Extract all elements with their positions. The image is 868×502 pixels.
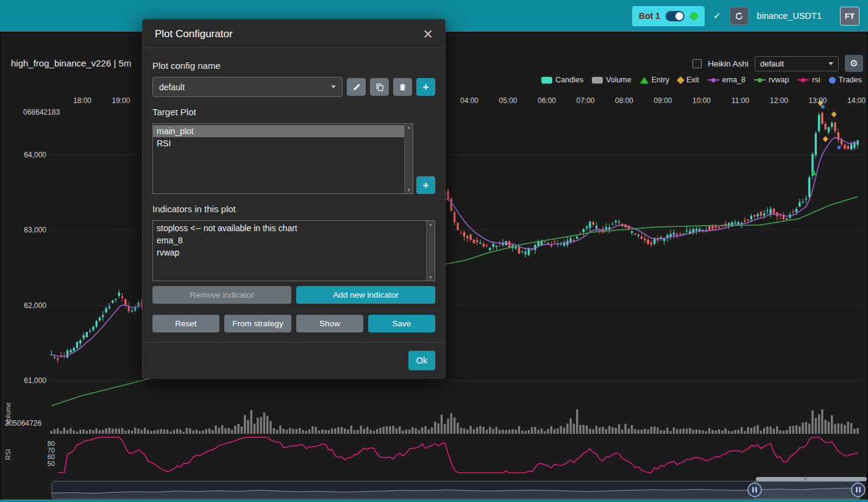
indicator-item[interactable]: ema_8	[153, 234, 426, 246]
target-plot-scrollbar[interactable]: ▲▼	[404, 124, 413, 193]
close-icon[interactable]: ×	[423, 29, 433, 40]
svg-text:62,000: 62,000	[24, 301, 46, 310]
legend-label: Entry	[652, 76, 669, 84]
add-plot-button[interactable]: +	[416, 176, 435, 194]
chart-legend: CandlesVolumeEntryExitema_8rvwaprsiTrade…	[541, 76, 862, 84]
legend-item-rvwap[interactable]: rvwap	[754, 76, 789, 84]
save-button[interactable]: Save	[368, 315, 435, 332]
add-config-button[interactable]: +	[416, 78, 435, 96]
check-icon: ✓	[713, 10, 721, 21]
svg-text:18:00: 18:00	[73, 96, 91, 105]
horizontal-scrollbar[interactable]	[756, 477, 867, 481]
pencil-icon	[352, 83, 361, 91]
scroll-down-icon[interactable]: ▼	[407, 188, 411, 192]
refresh-icon	[735, 12, 744, 21]
zoom-handle[interactable]	[748, 483, 761, 497]
target-plot-wrap: main_plotRSI ▲▼ +	[152, 123, 435, 194]
rsi-axis-label: RSI	[4, 449, 12, 460]
svg-text:068642183: 068642183	[23, 108, 60, 117]
scroll-up-icon[interactable]: ▲	[429, 222, 433, 226]
svg-text:12:00: 12:00	[770, 96, 788, 105]
chevron-down-icon	[331, 85, 336, 88]
remove-indicator-button[interactable]: Remove indicator	[152, 286, 291, 304]
exit-legend-marker	[677, 76, 685, 84]
svg-text:10:00: 10:00	[692, 96, 711, 105]
plot-config-dropdown-value: default	[760, 59, 784, 68]
svg-text:05:00: 05:00	[499, 96, 517, 105]
target-plot-item[interactable]: RSI	[153, 137, 404, 149]
modal-body: Plot config name default	[143, 48, 445, 332]
delete-config-button[interactable]	[393, 78, 412, 96]
svg-text:63,000: 63,000	[24, 226, 46, 234]
config-name-select-value: default	[159, 82, 185, 92]
indicator-buttons-row: Remove indicator Add new indicator	[152, 286, 435, 304]
legend-item-trades[interactable]: Trades	[829, 76, 862, 84]
config-buttons-row: Reset From strategy Show Save	[152, 315, 435, 332]
show-button[interactable]: Show	[296, 315, 363, 332]
ema8-legend-marker	[708, 79, 719, 81]
indicator-item[interactable]: stoploss <-- not available in this chart	[153, 222, 426, 234]
candles-legend-marker	[541, 77, 552, 84]
legend-item-ema8[interactable]: ema_8	[708, 76, 745, 84]
bot-status-dot	[690, 12, 698, 20]
trash-icon	[399, 83, 407, 91]
plot-configurator-modal: Plot Configurator × Plot config name def…	[142, 19, 446, 379]
zoom-handle[interactable]	[852, 483, 865, 497]
legend-item-volume[interactable]: Volume	[592, 76, 631, 84]
legend-label: Trades	[839, 76, 862, 84]
legend-item-rsi[interactable]: rsi	[797, 76, 820, 84]
copy-icon	[375, 83, 384, 91]
heikin-ashi-label: Heikin Ashi	[708, 59, 749, 68]
bot-toggle[interactable]	[666, 11, 685, 21]
scroll-down-icon[interactable]: ▼	[429, 275, 433, 279]
gear-icon: ⚙	[850, 58, 858, 69]
target-plot-label: Target Plot	[152, 107, 435, 117]
zoom-window[interactable]	[755, 481, 858, 499]
ft-logo[interactable]: FT	[840, 7, 859, 26]
footer-bar	[0, 500, 868, 502]
svg-text:13:00: 13:00	[808, 96, 827, 105]
rsi-line	[58, 437, 858, 473]
bot-name-label: Bot 1	[639, 11, 660, 21]
plot-settings-button[interactable]: ⚙	[845, 55, 863, 72]
svg-text:04:00: 04:00	[460, 96, 478, 105]
svg-text:11:00: 11:00	[731, 96, 749, 105]
rename-config-button[interactable]	[347, 78, 366, 96]
chevron-down-icon	[828, 62, 833, 65]
rvwap-legend-marker	[754, 79, 766, 81]
from-strategy-button[interactable]: From strategy	[224, 315, 291, 332]
exit-marker	[823, 136, 828, 142]
refresh-button[interactable]	[730, 7, 749, 25]
add-indicator-button[interactable]: Add new indicator	[296, 286, 435, 304]
duplicate-config-button[interactable]	[370, 78, 389, 96]
legend-label: Volume	[606, 76, 631, 84]
target-plot-item[interactable]: main_plot	[153, 125, 404, 137]
volume-legend-marker	[592, 77, 603, 84]
indicator-item[interactable]: rvwap	[153, 246, 426, 259]
heikin-ashi-checkbox[interactable]	[692, 59, 702, 68]
svg-text:07:00: 07:00	[576, 96, 594, 105]
indicators-listbox[interactable]: stoploss <-- not available in this chart…	[152, 220, 435, 281]
chart-controls: Heikin Ashi default ⚙	[692, 55, 863, 72]
reset-button[interactable]: Reset	[152, 315, 219, 332]
config-name-select[interactable]: default	[152, 77, 343, 97]
svg-text:08:00: 08:00	[615, 96, 633, 105]
plot-config-dropdown[interactable]: default	[755, 56, 839, 71]
indicators-scrollbar[interactable]: ▲▼	[426, 221, 435, 281]
bot-selector[interactable]: Bot 1	[632, 6, 705, 26]
indicators-label: Indicators in this plot	[152, 204, 435, 214]
legend-item-exit[interactable]: Exit	[678, 76, 699, 84]
legend-item-candles[interactable]: Candles	[541, 76, 583, 84]
target-plot-listbox[interactable]: main_plotRSI ▲▼	[152, 123, 413, 194]
scroll-up-icon[interactable]: ▲	[407, 125, 411, 129]
trade-marker	[837, 146, 841, 149]
svg-text:06:00: 06:00	[538, 96, 556, 105]
legend-item-entry[interactable]: Entry	[640, 76, 669, 84]
trade-marker	[821, 105, 825, 109]
strategy-title: high_frog_binance_v226 | 5m	[11, 58, 131, 68]
ok-button[interactable]: Ok	[408, 351, 435, 370]
indicator-items: stoploss <-- not available in this chart…	[153, 221, 426, 281]
svg-text:61,000: 61,000	[24, 376, 46, 385]
plot-config-name-label: Plot config name	[152, 60, 435, 71]
modal-title: Plot Configurator	[155, 28, 233, 40]
